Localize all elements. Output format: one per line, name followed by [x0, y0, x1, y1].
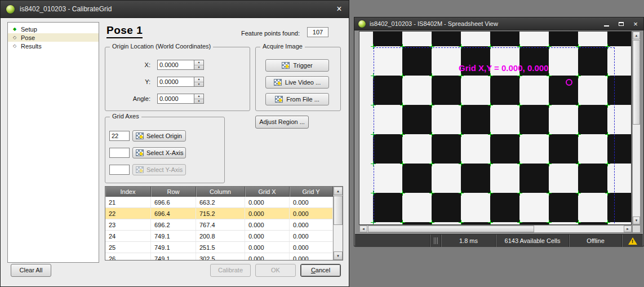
- x-axis-index-input[interactable]: [109, 148, 130, 158]
- clear-all-button[interactable]: Clear All: [11, 264, 51, 277]
- spreadsheet-titlebar[interactable]: is8402_010203 - IS8402M - Spreadsheet Vi…: [354, 17, 643, 30]
- close-button[interactable]: ×: [629, 19, 642, 29]
- vertical-scrollbar[interactable]: ▲ ▼: [632, 31, 641, 225]
- table-cell: 0.000: [245, 242, 290, 253]
- angle-input[interactable]: [157, 94, 194, 104]
- spin-up-icon[interactable]: ▲: [194, 94, 203, 99]
- pose-diamond-icon: ◇: [12, 35, 17, 41]
- table-cell: 0.000: [245, 231, 290, 241]
- ok-button: OK: [255, 264, 296, 277]
- table-cell: 0.000: [290, 208, 333, 219]
- scroll-down-icon[interactable]: ▼: [633, 217, 640, 224]
- status-connection-state: Offline: [569, 235, 622, 247]
- table-cell: 21: [105, 197, 151, 207]
- select-x-axis-button[interactable]: Select X-Axis: [132, 147, 186, 158]
- insight-app-icon: [358, 20, 366, 28]
- grid-axes-group-title: Grid Axes: [110, 113, 141, 120]
- calibrate-grid-titlebar[interactable]: is8402_010203 - CalibrateGrid ×: [1, 1, 349, 18]
- table-row-24[interactable]: 24749.1200.80.0000.000: [105, 231, 343, 242]
- scroll-down-icon[interactable]: ▼: [334, 251, 343, 260]
- feature-points-value: 107: [307, 27, 328, 37]
- spin-down-icon[interactable]: ▼: [194, 65, 203, 70]
- x-spinner[interactable]: ▲ ▼: [194, 60, 204, 70]
- x-coordinate-input[interactable]: [157, 60, 194, 70]
- y-axis-index-input[interactable]: [109, 165, 130, 175]
- table-cell: 0.000: [290, 219, 333, 230]
- table-cell: 715.2: [196, 208, 245, 219]
- table-row-23[interactable]: 23696.2767.40.0000.000: [105, 219, 343, 231]
- from-file-button[interactable]: From File ...: [265, 93, 329, 105]
- horizontal-scrollbar[interactable]: ◄ ►: [359, 225, 632, 233]
- angle-field: ▲ ▼: [157, 94, 204, 104]
- select-origin-button[interactable]: Select Origin: [132, 130, 186, 142]
- x-coordinate-row: X: ▲ ▼: [105, 60, 250, 70]
- select-origin-icon: [136, 133, 144, 139]
- status-message-segment: [355, 235, 430, 247]
- table-cell: 0.000: [290, 197, 333, 207]
- scroll-up-icon[interactable]: ▲: [633, 32, 640, 39]
- table-cell: 200.8: [196, 231, 245, 241]
- tree-item-setup[interactable]: ◆ Setup: [8, 25, 99, 33]
- calibrate-grid-title: is8402_010203 - CalibrateGrid: [20, 5, 330, 13]
- origin-index-input[interactable]: [109, 131, 130, 141]
- spin-down-icon[interactable]: ▼: [194, 82, 203, 87]
- tree-item-pose[interactable]: ◇ Pose: [8, 33, 99, 42]
- tree-item-setup-label: Setup: [21, 26, 37, 33]
- live-video-button-label: Live Video ...: [285, 79, 321, 86]
- table-cell: 749.1: [151, 231, 196, 241]
- calibration-image-view[interactable]: Grid X,Y = 0.000, 0.000: [359, 31, 632, 225]
- spin-up-icon[interactable]: ▲: [194, 60, 203, 65]
- calibrate-button: Calibrate: [210, 264, 251, 277]
- live-video-button[interactable]: Live Video ...: [265, 76, 329, 89]
- y-spinner[interactable]: ▲ ▼: [194, 77, 204, 87]
- table-row-26[interactable]: 26749.1302.50.0000.000: [105, 253, 343, 260]
- grid-origin-label: Grid X,Y = 0.000, 0.000: [459, 63, 548, 73]
- angle-label: Angle:: [105, 95, 150, 102]
- spin-up-icon[interactable]: ▲: [194, 77, 203, 82]
- angle-spinner[interactable]: ▲ ▼: [194, 94, 204, 104]
- table-cell: 696.6: [151, 197, 196, 207]
- origin-marker-circle: [566, 79, 572, 86]
- table-cell: 25: [105, 242, 151, 253]
- trigger-button[interactable]: Trigger: [265, 59, 329, 72]
- status-bar: 1.8 ms 6143 Available Cells Offline: [355, 234, 643, 247]
- scroll-up-icon[interactable]: ▲: [334, 187, 343, 195]
- table-row-25[interactable]: 25749.1251.50.0000.000: [105, 242, 343, 253]
- select-y-axis-button: Select Y-Axis: [132, 164, 186, 175]
- table-cell: 23: [105, 219, 151, 230]
- y-coordinate-input[interactable]: [157, 77, 194, 87]
- table-cell: 24: [105, 231, 151, 241]
- scroll-left-icon[interactable]: ◄: [359, 226, 367, 232]
- table-header-row: Index Row Column Grid X Grid Y: [105, 187, 343, 197]
- header-row: Row: [151, 187, 196, 197]
- table-scrollbar[interactable]: ▲ ▼: [333, 187, 343, 260]
- select-origin-label: Select Origin: [146, 133, 182, 139]
- vertical-scrollbar-thumb[interactable]: [633, 40, 640, 125]
- y-coordinate-field: ▲ ▼: [157, 77, 204, 87]
- tree-item-results[interactable]: ◇ Results: [8, 42, 99, 50]
- table-cell: 251.5: [196, 242, 245, 253]
- trigger-button-label: Trigger: [293, 62, 312, 69]
- status-warning-segment[interactable]: [622, 235, 643, 247]
- feature-points-label: Feature points found:: [241, 30, 300, 37]
- horizontal-scrollbar-thumb[interactable]: [368, 226, 534, 232]
- table-row-21[interactable]: 21696.6663.20.0000.000: [105, 197, 343, 208]
- close-icon[interactable]: ×: [330, 4, 349, 14]
- acquire-group-title: Acquire Image: [260, 43, 305, 50]
- spreadsheet-title: is8402_010203 - IS8402M - Spreadsheet Vi…: [370, 20, 599, 27]
- minimize-button[interactable]: [599, 19, 613, 29]
- grid-axes-group: Grid Axes Select Origin Select X-Axis Se…: [105, 117, 225, 183]
- scroll-right-icon[interactable]: ►: [624, 226, 632, 232]
- header-column: Column: [196, 187, 245, 197]
- table-row-22[interactable]: 22696.4715.20.0000.000: [105, 208, 343, 219]
- table-scrollbar-thumb[interactable]: [334, 196, 343, 225]
- maximize-button[interactable]: [614, 19, 628, 29]
- trigger-icon: [282, 62, 290, 69]
- warning-icon: [628, 237, 637, 245]
- cancel-button[interactable]: Cancel: [300, 264, 341, 277]
- live-video-icon: [274, 79, 282, 86]
- adjust-region-button[interactable]: Adjust Region ...: [255, 116, 309, 129]
- header-grid-x: Grid X: [245, 187, 290, 197]
- spin-down-icon[interactable]: ▼: [194, 99, 203, 104]
- status-exec-time: 1.8 ms: [441, 235, 496, 247]
